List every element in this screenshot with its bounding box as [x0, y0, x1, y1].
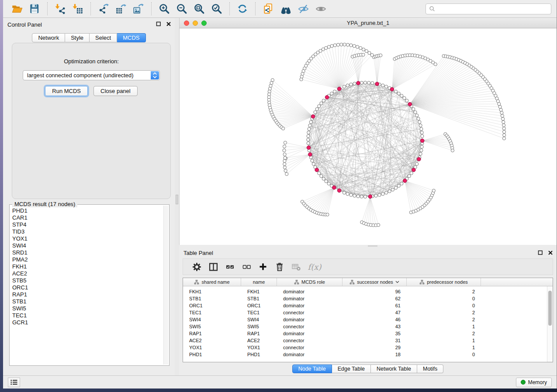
optimization-criterion-label: Optimization criterion: [12, 58, 170, 65]
table-scrollbar[interactable] [547, 286, 553, 362]
delete-column-button[interactable] [271, 260, 288, 273]
list-item[interactable]: SWI4 [12, 242, 162, 249]
zoom-selected-button[interactable] [208, 1, 225, 16]
task-history-button[interactable] [8, 378, 20, 387]
vertical-splitter[interactable] [175, 18, 179, 375]
export-network-button[interactable] [95, 1, 112, 16]
list-item[interactable]: GCR1 [12, 319, 162, 326]
export-table-button[interactable] [112, 1, 130, 16]
tab-select[interactable]: Select [90, 33, 117, 42]
zoom-out-button[interactable] [173, 1, 190, 16]
list-item[interactable]: SRD1 [12, 249, 162, 256]
optimization-criterion-select[interactable]: largest connected component (undirected) [23, 70, 160, 80]
search-box[interactable] [426, 3, 551, 14]
cell: SWI4 [183, 316, 241, 323]
list-item[interactable]: STP4 [12, 221, 162, 228]
save-session-button[interactable] [26, 1, 43, 16]
table-row[interactable]: STB1STB1dominator620 [183, 295, 553, 302]
tab-network-table[interactable]: Network Table [371, 364, 417, 373]
close-window-icon[interactable] [184, 21, 189, 26]
cell: SWI4 [241, 316, 277, 323]
float-panel-icon[interactable] [156, 21, 161, 27]
tab-network[interactable]: Network [32, 33, 65, 42]
list-item[interactable]: PMA2 [12, 256, 162, 263]
list-item[interactable]: STB1 [12, 298, 162, 305]
close-panel-icon[interactable] [166, 21, 171, 27]
splitter-handle[interactable] [368, 245, 377, 247]
list-item[interactable]: RAP1 [12, 291, 162, 298]
tab-mcds[interactable]: MCDS [117, 33, 145, 42]
network-window-titlebar[interactable]: YPA_prune.txt_1 [180, 18, 557, 28]
export-image-button[interactable] [130, 1, 147, 16]
memory-button[interactable]: Memory [516, 378, 552, 387]
list-item[interactable]: SWI5 [12, 305, 162, 312]
zoom-in-button[interactable] [156, 1, 173, 16]
column-header-name[interactable]: name [241, 278, 277, 286]
close-panel-button[interactable]: Close panel [93, 86, 138, 96]
list-item[interactable]: TID3 [12, 228, 162, 235]
tab-node-table[interactable]: Node Table [292, 364, 332, 373]
column-header-predecessor-nodes[interactable]: predecessor nodes [407, 278, 481, 286]
application-window: Control Panel Optimization criterion: la… [3, 0, 557, 389]
cell: 35 [343, 330, 407, 337]
table-row[interactable]: PHD1PHD1dominator180 [183, 351, 553, 358]
list-item[interactable]: ORC1 [12, 284, 162, 291]
float-panel-icon[interactable] [537, 250, 543, 255]
list-item[interactable]: PHD1 [12, 207, 162, 214]
select-all-button[interactable] [221, 260, 238, 273]
list-item[interactable]: FKH1 [12, 263, 162, 270]
cell: FKH1 [183, 288, 241, 295]
table-row[interactable]: YOX1YOX1connector291 [183, 344, 553, 351]
table-row[interactable]: FKH1FKH1dominator962 [183, 288, 553, 295]
table-row[interactable]: ORC1ORC1dominator610 [183, 302, 553, 309]
close-panel-icon[interactable] [547, 250, 553, 255]
search-input[interactable] [437, 6, 548, 12]
maximize-window-icon[interactable] [201, 21, 207, 26]
list-item[interactable]: STB5 [12, 277, 162, 284]
table-row[interactable]: TEC1TEC1connector472 [183, 309, 553, 316]
network-view[interactable] [180, 28, 557, 245]
cell: ORC1 [241, 302, 277, 309]
show-graphics-details-button[interactable] [294, 1, 312, 16]
list-item[interactable]: ACE2 [12, 270, 162, 277]
add-column-button[interactable] [255, 260, 271, 273]
search-network-button[interactable] [277, 1, 294, 16]
zoom-fit-button[interactable] [190, 1, 208, 16]
deselect-all-button[interactable] [238, 260, 255, 273]
table-row[interactable]: ACE2ACE2connector311 [183, 337, 553, 344]
export-table-icon [115, 3, 127, 14]
table-settings-button[interactable] [188, 260, 205, 273]
column-header-shared-name[interactable]: shared name [183, 278, 241, 286]
list-item[interactable]: YOX1 [12, 235, 162, 242]
tab-motifs[interactable]: Motifs [417, 364, 443, 373]
table-row[interactable]: SWI4SWI4dominator462 [183, 316, 553, 323]
import-table-button[interactable] [69, 1, 86, 16]
cell: ACE2 [241, 337, 277, 344]
import-network-button[interactable] [52, 1, 69, 16]
open-session-button[interactable] [8, 1, 26, 16]
tab-style[interactable]: Style [65, 33, 90, 42]
minimize-window-icon[interactable] [193, 21, 198, 26]
show-columns-button[interactable] [205, 260, 221, 273]
cell: dominator [277, 351, 343, 358]
mcds-list-scrollbar[interactable] [163, 206, 168, 364]
list-item[interactable]: CAR1 [12, 214, 162, 221]
column-header-successor-nodes[interactable]: successor nodes [343, 278, 407, 286]
table-row[interactable]: RAP1RAP1dominator352 [183, 330, 553, 337]
list-item[interactable]: TEC1 [12, 312, 162, 319]
tab-edge-table[interactable]: Edge Table [332, 364, 371, 373]
run-mcds-button[interactable]: Run MCDS [45, 86, 88, 96]
table-row[interactable]: SWI5SWI5connector431 [183, 323, 553, 330]
toolbar-separator [229, 2, 230, 15]
trash-icon [275, 262, 284, 272]
refresh-view-button[interactable] [234, 1, 251, 16]
hide-panel-button [312, 1, 329, 16]
save-floppy-icon [29, 3, 40, 14]
splitter-handle[interactable] [176, 195, 178, 204]
deselect-all-icon [242, 263, 251, 271]
sort-order-icon [395, 281, 399, 283]
new-network-from-selection-button[interactable] [259, 1, 277, 16]
cell: ACE2 [183, 337, 241, 344]
scrollbar-thumb[interactable] [548, 291, 552, 326]
column-header-mcds-role[interactable]: MCDS role [277, 278, 343, 286]
